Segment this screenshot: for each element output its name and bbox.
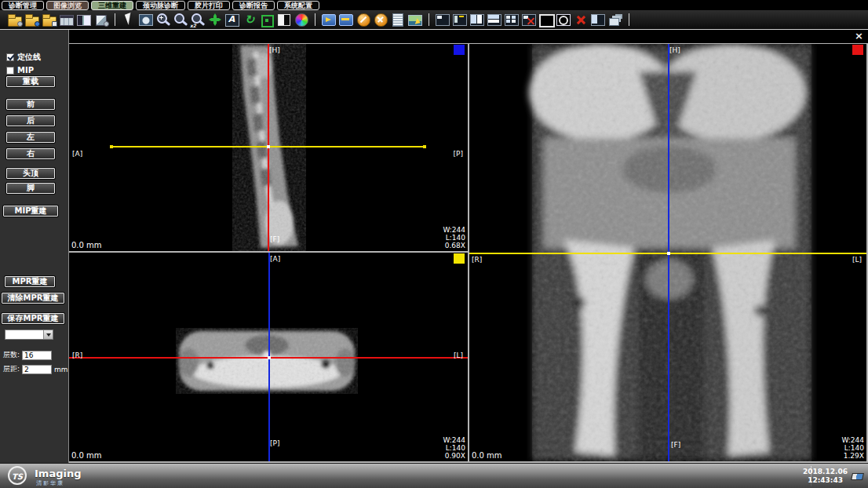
mip-label: MIP: [17, 66, 34, 75]
slice-gap-label: 层距:: [3, 364, 20, 374]
tab-diagnosis-report[interactable]: 诊断报告: [232, 1, 275, 10]
mpr-control-sidebar: 定位线 MIP 重载 前 后 左 右 头顶 脚 MIP重建 MPR重建 清除MP…: [0, 30, 69, 463]
cascade-windows-icon[interactable]: [607, 12, 623, 27]
shape-rectangle-icon[interactable]: [538, 12, 554, 27]
localizer-checkbox[interactable]: [6, 53, 14, 61]
reload-button[interactable]: 重载: [6, 76, 55, 87]
level-value: L:140: [841, 444, 864, 452]
layout-two-horizontal-icon[interactable]: [487, 12, 502, 27]
layout-side-info-icon[interactable]: [452, 12, 468, 27]
mip-checkbox-row: MIP: [6, 66, 34, 75]
orientation-label-bottom: [F]: [671, 441, 680, 449]
shape-ellipse-icon[interactable]: [556, 12, 571, 27]
save-folder-icon[interactable]: [42, 12, 57, 27]
menu-bar: 诊断管理 图像浏览 三维重建 颈动脉诊断 胶片打印 诊断报告 系统配置: [0, 0, 868, 10]
zoom-interactive-icon[interactable]: [173, 12, 188, 27]
tab-3d-reconstruction[interactable]: 三维重建: [91, 1, 133, 10]
viewport-link-tag-blue[interactable]: [454, 45, 465, 55]
invert-image-icon[interactable]: [276, 12, 292, 27]
slice-count-row: 层数:: [3, 350, 52, 360]
delete-annotations-icon[interactable]: [573, 12, 589, 27]
slice-count-input[interactable]: [22, 351, 52, 360]
tab-film-print[interactable]: 胶片打印: [188, 1, 230, 10]
open-study-folder-icon[interactable]: [7, 12, 23, 27]
measure-draw-icon[interactable]: [356, 12, 371, 27]
viewport-sagittal[interactable]: [H] [A] [P] [F] 0.0 mm W:244 L:140 0.68X: [69, 44, 468, 251]
level-value: L:140: [443, 444, 465, 452]
crosshair-center-dot[interactable]: [268, 356, 271, 359]
worklist-table-icon[interactable]: [59, 12, 75, 27]
toolbar-separator: [429, 13, 429, 26]
mip-rebuild-button[interactable]: MIP重建: [3, 206, 58, 217]
annotation-text-icon[interactable]: A: [224, 12, 240, 27]
chevron-down-icon[interactable]: [43, 330, 53, 339]
compare-split-icon[interactable]: [76, 12, 92, 27]
orientation-label-bottom: [F]: [270, 235, 279, 243]
orientation-label-left: [A]: [72, 150, 82, 158]
window-level-readout: W:244 L:140 0.68X: [443, 226, 465, 249]
close-icon[interactable]: ×: [855, 31, 863, 42]
layout-single-icon[interactable]: [435, 12, 450, 27]
orientation-label-top: [A]: [270, 255, 280, 263]
mip-checkbox[interactable]: [6, 67, 14, 75]
push-batch-icon[interactable]: [338, 12, 354, 27]
tab-image-browse[interactable]: 图像浏览: [46, 1, 89, 10]
viewport-link-tag-red[interactable]: [852, 45, 863, 55]
crosshair-handle-right[interactable]: [423, 145, 426, 148]
layout-split-vertical-icon[interactable]: [590, 12, 606, 27]
position-readout: 0.0 mm: [71, 451, 102, 460]
cursor-arrow-icon[interactable]: [121, 12, 137, 27]
pan-move-icon[interactable]: [207, 12, 223, 27]
scale-value: 0.68X: [443, 242, 465, 249]
window-value: W:244: [841, 436, 864, 444]
position-readout: 0.0 mm: [472, 451, 502, 460]
tab-carotid-diagnosis[interactable]: 颈动脉诊断: [136, 1, 185, 10]
tab-system-config[interactable]: 系统配置: [277, 1, 319, 10]
status-bar: TS Imaging 清影华康 2018.12.06 12:43:43: [0, 463, 868, 488]
front-button[interactable]: 前: [6, 99, 55, 110]
report-document-icon[interactable]: [390, 12, 406, 27]
zoom-x2-icon[interactable]: x2: [190, 12, 206, 27]
layout-quad-icon[interactable]: [504, 12, 520, 27]
window-value: W:244: [443, 226, 465, 234]
slice-gap-input[interactable]: [22, 365, 52, 374]
orientation-label-right: [L]: [852, 256, 862, 264]
close-viewport-icon[interactable]: [521, 12, 537, 27]
refresh-reset-icon[interactable]: ↻: [242, 12, 257, 27]
save-mpr-button[interactable]: 保存MPR重建: [2, 313, 64, 324]
crosshair-center-dot[interactable]: [667, 252, 670, 255]
orientation-label-right: [P]: [454, 150, 463, 158]
preset-dropdown[interactable]: [5, 330, 53, 340]
color-palette-icon[interactable]: [294, 12, 309, 27]
crosshair-center-dot[interactable]: [267, 145, 270, 148]
window-level-readout: W:244 L:140 1.29X: [841, 436, 864, 460]
toolbar-separator: [315, 13, 315, 26]
viewport-axial[interactable]: [A] [R] [L] [P] 0.0 mm W:244 L:140 0.90X: [69, 253, 468, 461]
crosshair-handle-left[interactable]: [110, 145, 113, 148]
back-button[interactable]: 后: [6, 115, 55, 126]
open-folder-add-icon[interactable]: [24, 12, 40, 27]
brand-name: Imaging: [35, 468, 81, 479]
window-level-readout: W:244 L:140 0.90X: [443, 436, 465, 460]
clear-mpr-button[interactable]: 清除MPR重建: [2, 293, 64, 304]
toolbar-separator: [629, 13, 629, 26]
mpr-rebuild-button[interactable]: MPR重建: [5, 276, 55, 287]
layout-two-vertical-icon[interactable]: [469, 12, 485, 27]
left-button[interactable]: 左: [6, 132, 55, 143]
export-image-icon[interactable]: [407, 12, 423, 27]
head-button[interactable]: 头顶: [6, 168, 55, 179]
viewport-link-tag-yellow[interactable]: [454, 253, 465, 264]
mpr-workstation-window: 诊断管理 图像浏览 三维重建 颈动脉诊断 胶片打印 诊断报告 系统配置 x2 A…: [0, 0, 868, 488]
window-level-icon[interactable]: [138, 12, 154, 27]
statusbar-flag-icon: [851, 473, 864, 480]
tab-diagnosis-management[interactable]: 诊断管理: [2, 1, 44, 10]
viewport-coronal[interactable]: [H] [R] [L] [F] 0.0 mm W:244 L:140 1.29X: [469, 44, 866, 461]
time-value: 12:43:43: [803, 476, 848, 485]
push-series-icon[interactable]: [321, 12, 337, 27]
fit-to-window-icon[interactable]: [259, 12, 275, 27]
volume-cube-icon[interactable]: [93, 12, 109, 27]
foot-button[interactable]: 脚: [6, 183, 55, 194]
right-button[interactable]: 右: [6, 148, 55, 159]
zoom-in-icon[interactable]: [155, 12, 171, 27]
measure-tools-icon[interactable]: [373, 12, 388, 27]
